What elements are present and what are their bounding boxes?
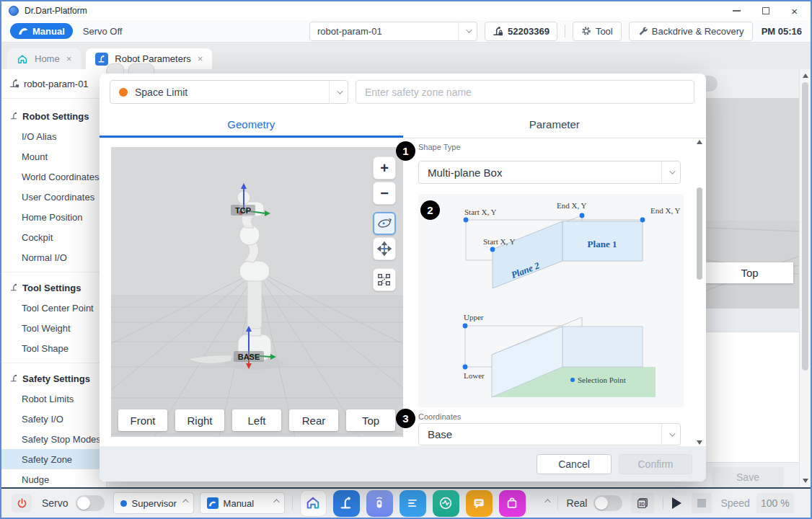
close-icon[interactable]: × [791, 6, 798, 17]
chevron-down-icon [669, 430, 675, 436]
zoom-in-button[interactable]: + [373, 156, 396, 179]
window-scrollbar[interactable] [799, 69, 811, 487]
backdrive-recovery-label: Backdrive & Recovery [652, 26, 744, 37]
save-button[interactable]: Save [712, 467, 784, 487]
tcp-label: TCP [235, 206, 251, 215]
servo-toggle[interactable] [76, 495, 105, 511]
power-icon [17, 498, 27, 509]
sidebar-item-home-position[interactable]: Home Position [1, 207, 106, 227]
coordinates-label: Coordinates [418, 412, 461, 421]
scroll-up-icon[interactable] [803, 74, 808, 78]
sidebar-item-user-coordinates[interactable]: User Coordinates [1, 187, 106, 207]
zone-3d-viewport[interactable]: TCP BASE + − [111, 147, 403, 437]
pan-button[interactable] [373, 237, 396, 260]
zoom-out-button[interactable]: − [373, 182, 396, 205]
app-logo-icon [9, 6, 19, 16]
sidebar-item-io-alias[interactable]: I/O Alias [1, 126, 106, 146]
role-status-dot [120, 500, 127, 507]
stop-icon [697, 499, 706, 507]
end-top-label: End X, Y [557, 201, 587, 210]
clock: PM 05:16 [762, 26, 802, 37]
sidebar-item-safety-zone[interactable]: Safety Zone [1, 449, 106, 469]
robot-icon [9, 79, 19, 89]
real-toggle[interactable] [593, 495, 622, 511]
scroll-down-icon[interactable] [697, 440, 702, 445]
pan-icon [376, 241, 392, 257]
sidebar-item-safety-io[interactable]: Safety I/O [1, 409, 106, 429]
sidebar-item-cockpit[interactable]: Cockpit [1, 227, 106, 247]
measure-button[interactable] [373, 268, 396, 291]
chevron-up-icon [273, 499, 279, 505]
view-rear-button[interactable]: Rear [289, 409, 338, 431]
confirm-button[interactable]: Confirm [619, 454, 692, 474]
dock-home-icon[interactable] [300, 490, 327, 517]
window-scrollbar-thumb[interactable] [802, 82, 808, 371]
scroll-down-icon[interactable] [803, 479, 808, 483]
scroll-up-icon[interactable] [697, 140, 702, 144]
sidebar-item-robot-limits[interactable]: Robot Limits [1, 389, 106, 409]
dock-expand-icon[interactable] [544, 499, 550, 505]
coordinates-value: Base [419, 428, 661, 440]
tab-parameter[interactable]: Parameter [403, 110, 707, 138]
section-title: Safety Settings [22, 373, 90, 384]
robot-icon [10, 112, 19, 120]
view-left-button[interactable]: Left [232, 409, 281, 431]
maximize-icon[interactable] [762, 7, 769, 14]
view-right-button[interactable]: Right [175, 409, 224, 431]
sidebar-section-safety-settings: Safety Settings [1, 368, 106, 389]
sidebar-item-nudge[interactable]: Nudge [1, 469, 106, 487]
tool-button[interactable]: Tool [573, 22, 622, 41]
sidebar: robot-param-01 Robot Settings I/O Alias … [1, 69, 107, 487]
view-top-button[interactable]: Top [346, 409, 395, 431]
robot-param-select[interactable]: robot-param-01 [309, 22, 477, 41]
sidebar-item-tool-shape[interactable]: Tool Shape [1, 338, 106, 358]
orbit-icon [376, 216, 392, 231]
dock-messages-icon[interactable] [466, 490, 493, 517]
dialog-scrollbar[interactable] [695, 140, 704, 445]
zone-type-select[interactable]: Space Limit [110, 80, 348, 104]
coordinates-select[interactable]: Base [418, 423, 681, 445]
dialog-scrollbar-thumb[interactable] [697, 187, 702, 280]
dock-tasks-icon[interactable] [400, 490, 426, 517]
sidebar-item-world-coordinates[interactable]: World Coordinates [1, 167, 106, 187]
mode-value: Manual [224, 498, 268, 509]
mode-select[interactable]: Manual [200, 492, 285, 514]
simulation-3d-button[interactable]: 3D [631, 493, 654, 513]
tab-robot-parameters-close-icon[interactable]: × [198, 53, 203, 64]
sidebar-item-tool-center-point[interactable]: Tool Center Point [1, 298, 106, 318]
play-button[interactable] [672, 497, 681, 509]
sidebar-item-safety-stop-modes[interactable]: Safety Stop Modes [1, 429, 106, 449]
zone-name-input[interactable] [356, 80, 694, 104]
tab-geometry[interactable]: Geometry [100, 110, 403, 138]
power-button[interactable] [12, 494, 32, 513]
sidebar-item-tool-weight[interactable]: Tool Weight [1, 318, 106, 338]
tab-robot-parameters-label: Robot Parameters [115, 53, 191, 64]
sidebar-item-mount[interactable]: Mount [1, 146, 106, 167]
sidebar-item-normal-io[interactable]: Normal I/O [1, 247, 106, 267]
shape-type-select[interactable]: Multi-plane Box [418, 161, 681, 184]
role-select[interactable]: Supervisor [113, 492, 194, 514]
speed-label: Speed [720, 497, 749, 509]
dock-monitoring-icon[interactable] [433, 490, 459, 517]
robot-serial[interactable]: 52203369 [485, 22, 557, 41]
dock-remote-pendant-icon[interactable] [366, 490, 393, 517]
cancel-button[interactable]: Cancel [537, 454, 612, 474]
orbit-button[interactable] [373, 212, 396, 235]
tab-home-close-icon[interactable]: × [66, 53, 72, 64]
bg-view-top-button[interactable]: Top [706, 262, 793, 283]
plane1-label: Plane 1 [588, 239, 617, 249]
start1-label: Start X, Y [464, 208, 497, 216]
minimize-icon[interactable] [733, 10, 741, 12]
tab-home[interactable]: Home × [7, 48, 81, 69]
chevron-down-icon [669, 168, 675, 174]
sidebar-section-tool-settings: Tool Settings [1, 278, 106, 298]
stop-button[interactable] [692, 493, 712, 513]
backdrive-recovery-button[interactable]: Backdrive & Recovery [629, 22, 753, 41]
dock-robot-settings-icon[interactable] [333, 490, 360, 517]
robot-icon [10, 374, 19, 383]
view-front-button[interactable]: Front [118, 409, 167, 431]
manual-mode-button[interactable]: Manual [10, 23, 73, 39]
shape-diagram-panel: Plane 1 Plane 2 Start X, Y End X, Y End … [418, 194, 684, 407]
sidebar-header: robot-param-01 [1, 69, 106, 99]
dock-store-icon[interactable] [499, 490, 526, 517]
